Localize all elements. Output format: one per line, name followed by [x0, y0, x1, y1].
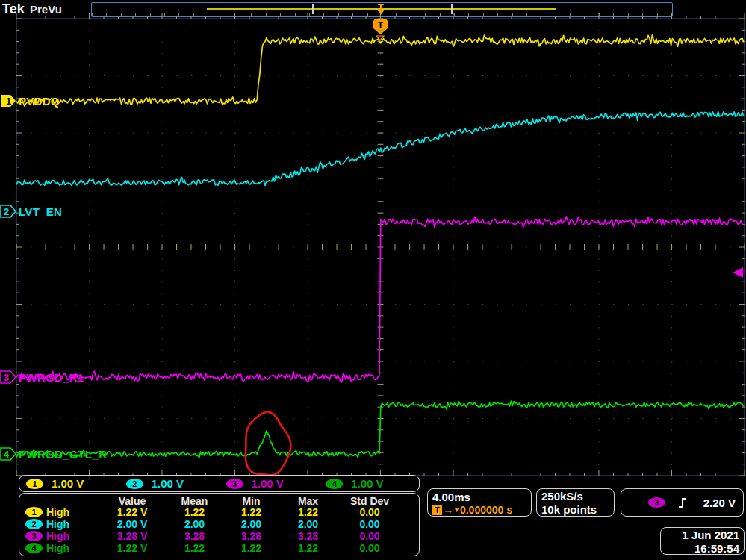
channel-4-marker-icon: 4: [0, 447, 16, 461]
channel-3-scale-value: 1.00 V: [252, 477, 284, 490]
trigger-delay-arrow-icon: →: [443, 504, 453, 516]
measurement-table: Value Mean Min Max Std Dev 1High 1.22 V1…: [19, 493, 420, 556]
channel-4-scale-value: 1.00 V: [351, 477, 383, 490]
datetime-box: 1 Jun 2021 16:59:54: [660, 527, 745, 555]
date-value: 1 Jun 2021: [661, 529, 739, 542]
measurement-row-ch3: 3High 3.28 V3.28 3.283.28 0.00: [24, 530, 414, 542]
channel-1-scale-value: 1.00 V: [52, 477, 84, 490]
time-value: 16:59:54: [661, 542, 739, 556]
measurement-row-ch1: 1High 1.22 V1.22 1.221.22 0.00: [24, 506, 414, 518]
channel-4-badge: 4: [326, 479, 343, 489]
channel-1-label: PVDDQ: [19, 95, 60, 108]
acquisition-box: 250kS/s 10k points: [536, 488, 615, 517]
channel-4-scale: 4 1.00 V: [319, 477, 419, 490]
trigger-delay-value: 0.000000 s: [460, 504, 512, 516]
measurement-header-row: Value Mean Min Max Std Dev: [24, 495, 414, 506]
ch2-row-badge: 2: [25, 519, 43, 529]
ch4-row-badge: 4: [25, 543, 43, 553]
oscilloscope-screen: Tek PreVu T 1 2 3 4 PVDDQ LVT_EN PWRGD_R…: [0, 0, 746, 560]
record-length-value: 10k points: [541, 503, 614, 517]
svg-text:4: 4: [4, 449, 10, 460]
channel-2-label: LVT_EN: [19, 205, 62, 218]
trigger-box: 3 2.20 V: [621, 488, 744, 517]
header-min: Min: [223, 495, 279, 507]
channel-1-badge: 1: [26, 479, 43, 489]
trigger-delay-t-icon: T: [432, 505, 442, 515]
measurement-row-ch4: 4High 1.22 V1.22 1.221.22 0.00: [24, 542, 414, 554]
measurement-row-ch2: 2High 2.00 V2.00 2.002.00 0.00: [24, 518, 414, 530]
ch3-row-badge: 3: [25, 531, 43, 541]
trigger-rising-edge-icon: [677, 496, 689, 509]
channel-3-label: PWRGD_R1: [19, 371, 84, 384]
channel-3-scale: 3 1.00 V: [220, 477, 320, 490]
svg-text:3: 3: [4, 372, 9, 383]
timebase-box: 4.00ms T→▼0.000000 s: [427, 488, 532, 517]
sample-rate-value: 250kS/s: [541, 490, 614, 503]
channel-2-badge: 2: [126, 479, 143, 489]
ch1-row-badge: 1: [25, 507, 43, 517]
svg-text:2: 2: [4, 206, 9, 217]
trigger-level-value: 2.20 V: [703, 497, 736, 509]
header-max: Max: [279, 495, 337, 507]
trigger-delay-down-icon: ▼: [453, 506, 460, 514]
channel-3-marker-icon: 3: [0, 370, 16, 384]
channel-1-scale: 1 1.00 V: [19, 477, 119, 490]
header-stddev: Std Dev: [337, 495, 402, 507]
channel-2-scale-value: 1.00 V: [152, 477, 184, 490]
channel-3-badge: 3: [226, 479, 243, 489]
channel-scale-bar: 1 1.00 V 2 1.00 V 3 1.00 V 4 1.00 V: [19, 475, 420, 492]
timebase-value: 4.00ms: [432, 491, 531, 503]
channel-2-marker-icon: 2: [0, 205, 16, 218]
channel-4-label: PWRGD_GTL_R: [19, 448, 107, 461]
header-value: Value: [99, 495, 166, 507]
trigger-level-arrow-icon: [729, 266, 745, 279]
channel-2-scale: 2 1.00 V: [119, 477, 220, 490]
trigger-delay-readout: T→▼0.000000 s: [432, 504, 531, 516]
trigger-source-badge: 3: [648, 497, 665, 508]
svg-text:1: 1: [6, 96, 11, 107]
header-mean: Mean: [166, 495, 223, 507]
channel-1-marker-icon: 1: [0, 94, 16, 108]
